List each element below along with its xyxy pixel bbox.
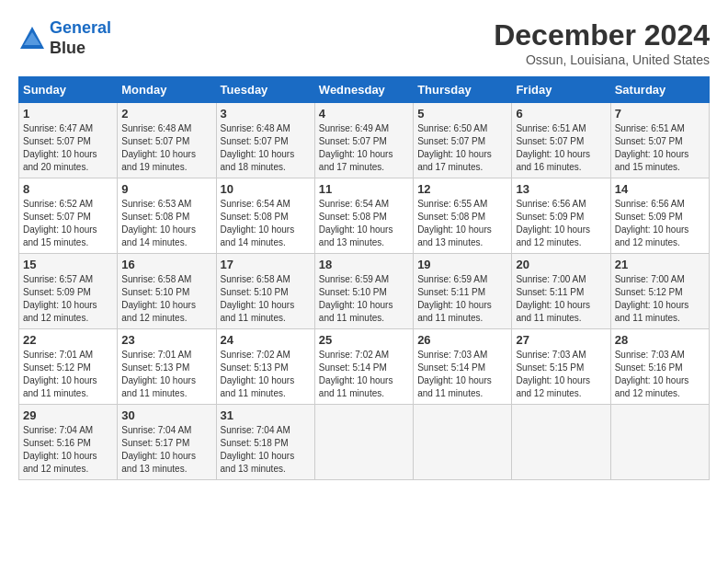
calendar-cell: 7Sunrise: 6:51 AM Sunset: 5:07 PM Daylig… bbox=[610, 103, 709, 178]
calendar-week-1: 1Sunrise: 6:47 AM Sunset: 5:07 PM Daylig… bbox=[19, 103, 710, 178]
weekday-friday: Friday bbox=[512, 77, 610, 103]
calendar-cell: 30Sunrise: 7:04 AM Sunset: 5:17 PM Dayli… bbox=[118, 405, 216, 480]
day-detail: Sunrise: 7:01 AM Sunset: 5:12 PM Dayligh… bbox=[23, 349, 113, 400]
day-detail: Sunrise: 6:59 AM Sunset: 5:11 PM Dayligh… bbox=[417, 273, 507, 325]
day-number: 19 bbox=[417, 258, 507, 271]
day-detail: Sunrise: 7:03 AM Sunset: 5:15 PM Dayligh… bbox=[516, 349, 606, 400]
day-number: 11 bbox=[319, 182, 409, 196]
logo-text: General Blue bbox=[50, 18, 111, 58]
calendar-header: SundayMondayTuesdayWednesdayThursdayFrid… bbox=[19, 77, 710, 103]
day-detail: Sunrise: 6:48 AM Sunset: 5:07 PM Dayligh… bbox=[221, 122, 311, 174]
day-number: 2 bbox=[121, 107, 211, 121]
day-detail: Sunrise: 7:00 AM Sunset: 5:11 PM Dayligh… bbox=[516, 273, 606, 325]
day-number: 9 bbox=[121, 182, 211, 196]
day-number: 13 bbox=[516, 182, 606, 196]
day-number: 22 bbox=[23, 333, 113, 347]
day-number: 5 bbox=[417, 107, 507, 121]
day-number: 27 bbox=[516, 333, 606, 347]
day-number: 4 bbox=[319, 107, 409, 121]
day-detail: Sunrise: 6:58 AM Sunset: 5:10 PM Dayligh… bbox=[121, 273, 211, 325]
day-number: 16 bbox=[121, 258, 211, 271]
calendar-cell: 8Sunrise: 6:52 AM Sunset: 5:07 PM Daylig… bbox=[19, 178, 118, 254]
day-number: 15 bbox=[23, 258, 113, 271]
day-number: 6 bbox=[516, 107, 606, 121]
weekday-wednesday: Wednesday bbox=[314, 77, 413, 103]
weekday-thursday: Thursday bbox=[414, 77, 512, 103]
day-detail: Sunrise: 7:02 AM Sunset: 5:14 PM Dayligh… bbox=[319, 349, 409, 400]
calendar-cell: 24Sunrise: 7:02 AM Sunset: 5:13 PM Dayli… bbox=[216, 329, 314, 405]
day-number: 30 bbox=[121, 408, 211, 422]
weekday-saturday: Saturday bbox=[610, 77, 709, 103]
day-detail: Sunrise: 7:03 AM Sunset: 5:14 PM Dayligh… bbox=[417, 349, 507, 400]
calendar-body: 1Sunrise: 6:47 AM Sunset: 5:07 PM Daylig… bbox=[19, 103, 710, 480]
weekday-header-row: SundayMondayTuesdayWednesdayThursdayFrid… bbox=[19, 77, 710, 103]
day-detail: Sunrise: 6:56 AM Sunset: 5:09 PM Dayligh… bbox=[615, 198, 705, 249]
calendar-cell: 13Sunrise: 6:56 AM Sunset: 5:09 PM Dayli… bbox=[512, 178, 610, 254]
calendar-cell: 9Sunrise: 6:53 AM Sunset: 5:08 PM Daylig… bbox=[118, 178, 216, 254]
calendar-cell: 14Sunrise: 6:56 AM Sunset: 5:09 PM Dayli… bbox=[610, 178, 709, 254]
day-number: 18 bbox=[319, 258, 409, 271]
day-number: 3 bbox=[221, 107, 311, 121]
day-detail: Sunrise: 6:58 AM Sunset: 5:10 PM Dayligh… bbox=[221, 273, 311, 325]
day-number: 20 bbox=[516, 258, 606, 271]
day-detail: Sunrise: 6:56 AM Sunset: 5:09 PM Dayligh… bbox=[516, 198, 606, 249]
calendar-cell: 16Sunrise: 6:58 AM Sunset: 5:10 PM Dayli… bbox=[118, 254, 216, 329]
calendar-cell: 28Sunrise: 7:03 AM Sunset: 5:16 PM Dayli… bbox=[610, 329, 709, 405]
calendar-cell bbox=[512, 405, 610, 480]
day-detail: Sunrise: 6:51 AM Sunset: 5:07 PM Dayligh… bbox=[516, 122, 606, 174]
calendar-cell: 25Sunrise: 7:02 AM Sunset: 5:14 PM Dayli… bbox=[314, 329, 413, 405]
weekday-tuesday: Tuesday bbox=[216, 77, 314, 103]
title-block: December 2024 Ossun, Louisiana, United S… bbox=[494, 18, 710, 67]
calendar-week-3: 15Sunrise: 6:57 AM Sunset: 5:09 PM Dayli… bbox=[19, 254, 710, 329]
day-detail: Sunrise: 6:54 AM Sunset: 5:08 PM Dayligh… bbox=[319, 198, 409, 249]
calendar-week-2: 8Sunrise: 6:52 AM Sunset: 5:07 PM Daylig… bbox=[19, 178, 710, 254]
day-detail: Sunrise: 6:51 AM Sunset: 5:07 PM Dayligh… bbox=[615, 122, 705, 174]
day-detail: Sunrise: 6:48 AM Sunset: 5:07 PM Dayligh… bbox=[121, 122, 211, 174]
calendar-week-5: 29Sunrise: 7:04 AM Sunset: 5:16 PM Dayli… bbox=[19, 405, 710, 480]
day-detail: Sunrise: 7:03 AM Sunset: 5:16 PM Dayligh… bbox=[615, 349, 705, 400]
logo: General Blue bbox=[18, 18, 111, 58]
calendar-cell: 4Sunrise: 6:49 AM Sunset: 5:07 PM Daylig… bbox=[314, 103, 413, 178]
day-detail: Sunrise: 6:47 AM Sunset: 5:07 PM Dayligh… bbox=[23, 122, 113, 174]
day-detail: Sunrise: 7:02 AM Sunset: 5:13 PM Dayligh… bbox=[221, 349, 311, 400]
location: Ossun, Louisiana, United States bbox=[494, 52, 710, 67]
page-header: General Blue December 2024 Ossun, Louisi… bbox=[18, 18, 710, 67]
day-number: 23 bbox=[121, 333, 211, 347]
calendar-table: SundayMondayTuesdayWednesdayThursdayFrid… bbox=[18, 76, 710, 480]
day-detail: Sunrise: 6:55 AM Sunset: 5:08 PM Dayligh… bbox=[417, 198, 507, 249]
calendar-cell: 3Sunrise: 6:48 AM Sunset: 5:07 PM Daylig… bbox=[216, 103, 314, 178]
calendar-cell: 20Sunrise: 7:00 AM Sunset: 5:11 PM Dayli… bbox=[512, 254, 610, 329]
day-detail: Sunrise: 6:52 AM Sunset: 5:07 PM Dayligh… bbox=[23, 198, 113, 249]
day-detail: Sunrise: 7:04 AM Sunset: 5:16 PM Dayligh… bbox=[23, 424, 113, 476]
calendar-cell: 18Sunrise: 6:59 AM Sunset: 5:10 PM Dayli… bbox=[314, 254, 413, 329]
day-number: 10 bbox=[221, 182, 311, 196]
weekday-sunday: Sunday bbox=[19, 77, 118, 103]
day-number: 7 bbox=[615, 107, 705, 121]
day-number: 29 bbox=[23, 408, 113, 422]
logo-line2: Blue bbox=[50, 39, 111, 59]
calendar-cell bbox=[314, 405, 413, 480]
calendar-cell: 29Sunrise: 7:04 AM Sunset: 5:16 PM Dayli… bbox=[19, 405, 118, 480]
calendar-cell: 6Sunrise: 6:51 AM Sunset: 5:07 PM Daylig… bbox=[512, 103, 610, 178]
day-detail: Sunrise: 7:00 AM Sunset: 5:12 PM Dayligh… bbox=[615, 273, 705, 325]
day-number: 8 bbox=[23, 182, 113, 196]
calendar-cell: 26Sunrise: 7:03 AM Sunset: 5:14 PM Dayli… bbox=[414, 329, 512, 405]
day-number: 31 bbox=[221, 408, 311, 422]
day-detail: Sunrise: 7:04 AM Sunset: 5:18 PM Dayligh… bbox=[221, 424, 311, 476]
calendar-cell: 19Sunrise: 6:59 AM Sunset: 5:11 PM Dayli… bbox=[414, 254, 512, 329]
calendar-cell: 1Sunrise: 6:47 AM Sunset: 5:07 PM Daylig… bbox=[19, 103, 118, 178]
logo-icon bbox=[18, 25, 46, 52]
day-number: 12 bbox=[417, 182, 507, 196]
day-number: 24 bbox=[221, 333, 311, 347]
day-detail: Sunrise: 7:01 AM Sunset: 5:13 PM Dayligh… bbox=[121, 349, 211, 400]
month-title: December 2024 bbox=[494, 18, 710, 52]
day-number: 14 bbox=[615, 182, 705, 196]
logo-line1: General bbox=[50, 18, 111, 37]
day-detail: Sunrise: 6:53 AM Sunset: 5:08 PM Dayligh… bbox=[121, 198, 211, 249]
calendar-cell: 27Sunrise: 7:03 AM Sunset: 5:15 PM Dayli… bbox=[512, 329, 610, 405]
calendar-week-4: 22Sunrise: 7:01 AM Sunset: 5:12 PM Dayli… bbox=[19, 329, 710, 405]
day-number: 1 bbox=[23, 107, 113, 121]
calendar-cell: 21Sunrise: 7:00 AM Sunset: 5:12 PM Dayli… bbox=[610, 254, 709, 329]
day-detail: Sunrise: 6:59 AM Sunset: 5:10 PM Dayligh… bbox=[319, 273, 409, 325]
calendar-cell: 11Sunrise: 6:54 AM Sunset: 5:08 PM Dayli… bbox=[314, 178, 413, 254]
